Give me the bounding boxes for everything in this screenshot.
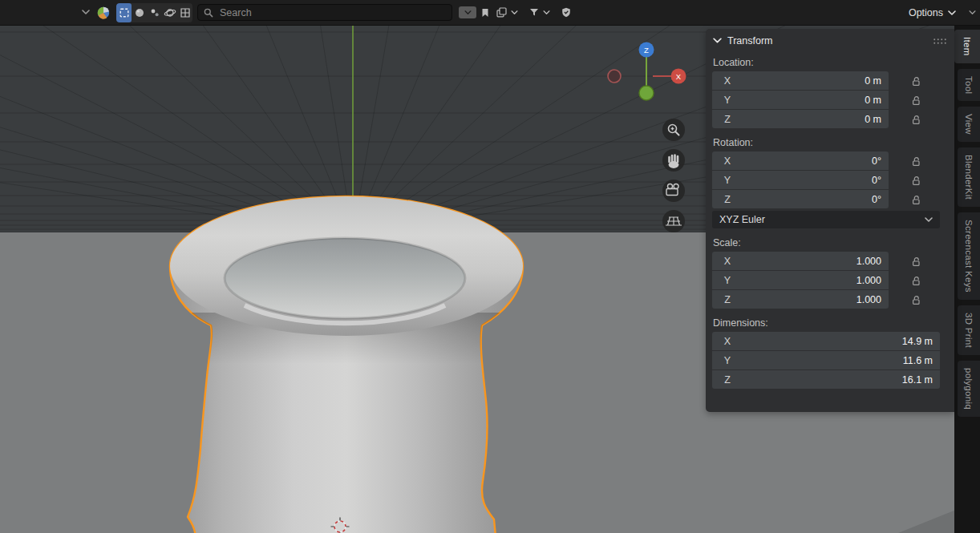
location-z-field[interactable]: Z0 m	[712, 110, 889, 128]
rotation-x-field[interactable]: X0°	[712, 151, 889, 170]
rotation-mode-dropdown[interactable]: XYZ Euler	[712, 211, 940, 228]
field-value: 0°	[872, 194, 889, 205]
field-value: 0 m	[865, 95, 889, 106]
rotation-y-field[interactable]: Y0°	[712, 171, 889, 189]
location-locks	[911, 71, 921, 129]
search-input[interactable]	[218, 6, 446, 19]
scale-label: Scale:	[713, 237, 954, 248]
lattice-mode-button[interactable]	[177, 3, 192, 22]
view-layers-icon[interactable]	[496, 7, 507, 18]
options-button[interactable]: Options	[905, 5, 959, 21]
field-value: 16.1 m	[902, 374, 940, 386]
options-label: Options	[909, 7, 943, 18]
bookmark-icon[interactable]	[481, 8, 489, 18]
location-x-field[interactable]: X0 m	[712, 71, 889, 90]
gizmo-x-label: X	[676, 72, 682, 81]
blender-window: Options	[0, 0, 980, 533]
lock-open-icon[interactable]	[911, 190, 921, 209]
tab-blenderkit[interactable]: BlenderKit	[958, 147, 980, 207]
lock-open-icon[interactable]	[911, 252, 921, 271]
chevron-down-icon[interactable]	[511, 10, 518, 15]
field-value: 0 m	[865, 75, 889, 87]
field-value: 1.000	[856, 256, 889, 267]
tab-3d-print[interactable]: 3D Print	[958, 305, 980, 355]
select-box-button[interactable]	[116, 3, 132, 22]
search-icon	[204, 8, 213, 18]
mode-button-group	[116, 3, 192, 22]
panel-header[interactable]: Transform	[706, 29, 954, 48]
viewport-header: Options	[0, 0, 980, 26]
sidebar-tab-strip: Item Tool View BlenderKit Screencast Key…	[954, 26, 980, 533]
selected-object-pipe[interactable]	[170, 196, 523, 533]
location-group: X0 m Y0 m Z0 m	[712, 71, 889, 128]
field-axis: Z	[712, 114, 743, 125]
dimensions-y-field[interactable]: Y11.6 m	[712, 351, 940, 369]
header-collapse-chevron-icon[interactable]	[82, 10, 90, 15]
lattice-icon	[179, 6, 192, 19]
rotation-locks	[911, 151, 921, 209]
paint-mode-button[interactable]	[147, 3, 162, 22]
lock-open-icon[interactable]	[911, 71, 921, 91]
3d-viewport[interactable]: Z X	[0, 26, 980, 533]
lock-open-icon[interactable]	[911, 271, 921, 290]
location-label: Location:	[713, 57, 954, 68]
field-axis: X	[712, 75, 743, 87]
pan-button[interactable]	[662, 149, 685, 172]
field-value: 0 m	[865, 114, 889, 125]
toggle-projection-button[interactable]	[662, 210, 685, 232]
camera-view-button[interactable]	[662, 180, 685, 202]
scale-x-field[interactable]: X1.000	[712, 252, 889, 270]
field-axis: Z	[712, 294, 743, 305]
editor-type-icon[interactable]	[96, 6, 111, 20]
select-box-icon	[118, 6, 131, 19]
lock-open-icon[interactable]	[911, 151, 921, 171]
sidebar-transform-panel: Transform Location: X0 m Y0 m Z0 m Rotat…	[706, 29, 954, 412]
field-axis: X	[712, 155, 743, 167]
orbit-mode-button[interactable]	[162, 3, 177, 22]
lock-open-icon[interactable]	[911, 91, 921, 110]
field-axis: Y	[712, 275, 743, 286]
tab-polygoniq[interactable]: polygoniq	[958, 361, 980, 417]
gizmo-neg-x-ball[interactable]	[608, 70, 621, 83]
rotation-group: X0° Y0° Z0°	[712, 151, 889, 208]
dimensions-x-field[interactable]: X14.9 m	[712, 332, 940, 350]
rotation-label: Rotation:	[713, 137, 954, 148]
panel-grip-icon[interactable]	[933, 38, 947, 45]
rotation-mode-value: XYZ Euler	[719, 214, 765, 225]
dimensions-group: X14.9 m Y11.6 m Z16.1 m	[712, 332, 940, 389]
tab-tool[interactable]: Tool	[958, 69, 980, 101]
dimensions-z-field[interactable]: Z16.1 m	[712, 370, 940, 389]
scale-y-field[interactable]: Y1.000	[712, 271, 889, 289]
panel-title: Transform	[727, 35, 773, 46]
zoom-button[interactable]	[662, 119, 685, 141]
tab-view[interactable]: View	[958, 107, 980, 142]
sphere-mode-button[interactable]	[132, 3, 147, 22]
tab-screencast-keys[interactable]: Screencast Keys	[958, 212, 980, 300]
asset-dropdown-button[interactable]	[459, 6, 476, 18]
lock-open-icon[interactable]	[911, 110, 921, 129]
header-search	[197, 4, 452, 21]
location-y-field[interactable]: Y0 m	[712, 91, 889, 109]
field-axis: X	[712, 256, 743, 267]
paint-drops-icon	[148, 6, 161, 19]
gizmo-green-ball[interactable]	[639, 86, 654, 100]
lock-open-icon[interactable]	[911, 171, 921, 190]
field-value: 11.6 m	[903, 355, 940, 366]
orbit-sphere-icon	[164, 6, 176, 19]
rotation-z-field[interactable]: Z0°	[712, 190, 889, 208]
field-value: 14.9 m	[902, 336, 940, 347]
field-value: 1.000	[856, 275, 889, 286]
shield-check-icon[interactable]	[561, 7, 571, 18]
field-axis: X	[712, 336, 743, 347]
field-value: 1.000	[856, 294, 889, 305]
chevron-down-icon	[464, 10, 472, 15]
scale-group: X1.000 Y1.000 Z1.000	[712, 252, 889, 309]
scale-z-field[interactable]: Z1.000	[712, 290, 889, 309]
sphere-icon	[133, 6, 146, 19]
header-right-chevron-icon[interactable]	[969, 10, 976, 15]
scale-locks	[911, 252, 921, 309]
lock-open-icon[interactable]	[911, 290, 921, 309]
tab-item[interactable]: Item	[954, 30, 980, 63]
filter-icon[interactable]	[529, 8, 539, 17]
chevron-down-icon[interactable]	[543, 10, 550, 15]
